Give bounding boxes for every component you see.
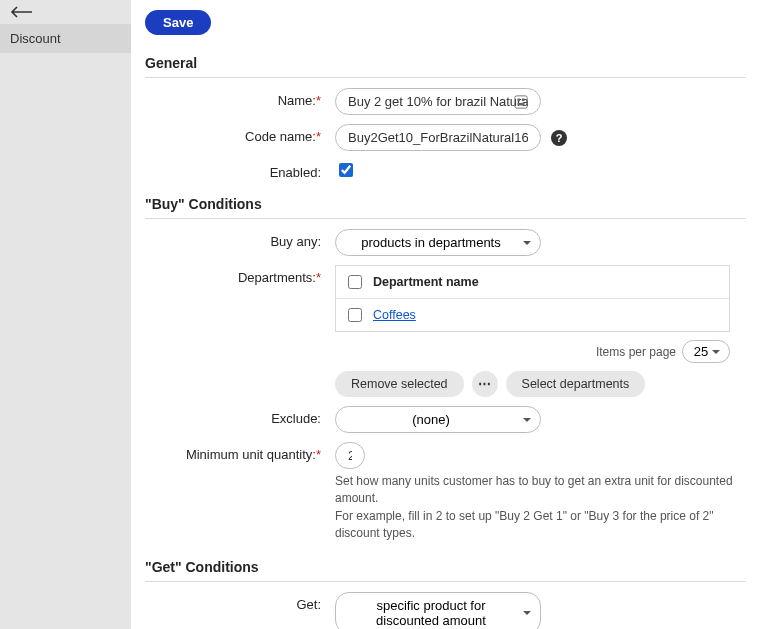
help-icon[interactable]: ? [551,130,567,146]
save-button[interactable]: Save [145,10,211,35]
departments-label: Departments: [238,270,316,285]
sidebar: Discount [0,0,131,629]
required-icon: * [316,447,321,462]
dept-column-header: Department name [373,275,479,289]
buy-any-label: Buy any: [270,234,321,249]
enabled-checkbox[interactable] [339,163,353,177]
arrow-left-icon [10,6,32,18]
sidebar-tab-discount[interactable]: Discount [0,24,131,53]
back-button[interactable] [0,0,131,24]
codename-input[interactable] [335,124,541,151]
name-label: Name: [278,93,316,108]
table-row: Coffees [336,299,729,331]
section-buy-title: "Buy" Conditions [145,196,746,219]
remove-selected-button[interactable]: Remove selected [335,371,464,397]
select-departments-button[interactable]: Select departments [506,371,646,397]
get-select[interactable]: specific product for discounted amount [335,592,541,629]
main-content: Save General Name:* Code name:* ? Enable… [131,0,768,629]
dept-link-coffees[interactable]: Coffees [373,308,416,322]
required-icon: * [316,129,321,144]
section-get-title: "Get" Conditions [145,559,746,582]
required-icon: * [316,93,321,108]
more-actions-button[interactable]: ⋯ [472,371,498,397]
exclude-label: Exclude: [271,411,321,426]
dept-row-checkbox[interactable] [348,308,362,322]
select-all-checkbox[interactable] [348,275,362,289]
min-qty-label: Minimum unit quantity: [186,447,316,462]
required-icon: * [316,270,321,285]
enabled-label: Enabled: [270,165,321,180]
name-input[interactable] [335,88,541,115]
codename-label: Code name: [245,129,316,144]
get-label: Get: [296,597,321,612]
buy-any-select[interactable]: products in departments [335,229,541,256]
min-qty-help-text: Set how many units customer has to buy t… [335,473,735,543]
pager-label: Items per page [596,345,676,359]
departments-table: Department name Coffees [335,265,730,332]
exclude-select[interactable]: (none) [335,406,541,433]
pager-size-select[interactable]: 25 [682,340,730,363]
section-general-title: General [145,55,746,78]
min-qty-input[interactable] [335,442,365,469]
